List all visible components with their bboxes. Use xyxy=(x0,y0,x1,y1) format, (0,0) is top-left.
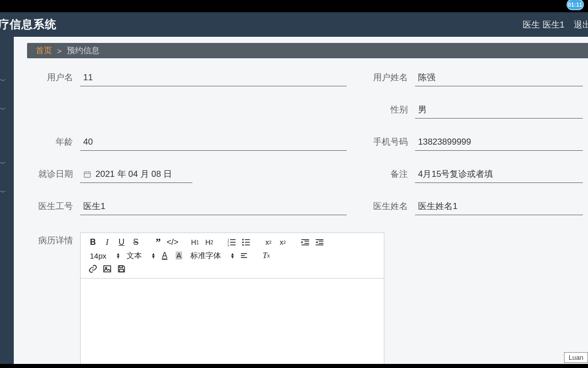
timer-badge: 01:11 xyxy=(567,0,584,10)
svg-rect-19 xyxy=(305,243,309,244)
svg-rect-25 xyxy=(316,245,324,246)
outdent-button[interactable] xyxy=(298,236,312,248)
caret-icon: ▴▾ xyxy=(117,252,119,259)
save-button[interactable] xyxy=(114,263,129,275)
app-title: 疗信息系统 xyxy=(0,17,57,32)
visit-date-value: 2021 年 04 月 08 日 xyxy=(95,168,192,180)
phone-label: 手机号码 xyxy=(367,136,408,151)
svg-rect-7 xyxy=(230,242,236,243)
quote-button[interactable]: ” xyxy=(151,236,165,248)
bottom-bar xyxy=(0,364,588,368)
font-family-value: 标准字体 xyxy=(190,251,221,261)
svg-point-10 xyxy=(242,239,244,240)
breadcrumb: 首页 > 预约信息 xyxy=(27,43,588,58)
svg-rect-9 xyxy=(230,245,236,246)
age-value: 40 xyxy=(83,137,347,147)
superscript-button[interactable]: x2 xyxy=(276,236,290,248)
clear-format-button[interactable]: Tx xyxy=(259,249,274,262)
font-size-select[interactable]: 14px ▴▾ xyxy=(86,249,122,262)
editor-toolbar: B I U S ” </> H1 H2 123 xyxy=(81,233,384,279)
realname-value: 陈强 xyxy=(418,72,583,83)
breadcrumb-home[interactable]: 首页 xyxy=(36,45,52,56)
username-value: 11 xyxy=(83,73,347,83)
rich-text-editor: B I U S ” </> H1 H2 123 xyxy=(80,233,384,368)
float-button[interactable]: Luan xyxy=(564,352,588,363)
ordered-list-button[interactable]: 123 xyxy=(225,236,239,248)
chevron-down-icon[interactable]: ﹀ xyxy=(0,77,6,85)
strike-button[interactable]: S xyxy=(129,236,143,248)
phone-input[interactable]: 13823899999 xyxy=(415,136,583,151)
align-button[interactable] xyxy=(237,249,251,262)
caret-icon: ▴▾ xyxy=(152,252,155,259)
block-type-select[interactable]: 文本 ▴▾ xyxy=(122,249,158,262)
link-button[interactable] xyxy=(86,263,100,275)
realname-input[interactable]: 陈强 xyxy=(415,72,583,86)
unordered-list-button[interactable] xyxy=(239,236,253,248)
logout-link[interactable]: 退出 xyxy=(574,19,588,31)
indent-button[interactable] xyxy=(312,236,327,248)
svg-rect-32 xyxy=(119,269,124,272)
doctor-id-input[interactable]: 医生1 xyxy=(80,200,347,215)
app-header: 疗信息系统 医生 医生1 退出 xyxy=(0,12,588,37)
svg-rect-31 xyxy=(119,266,122,268)
appointment-form: 用户名 11 用户姓名 陈强 性别 xyxy=(14,58,588,368)
svg-rect-24 xyxy=(319,243,324,244)
caret-icon: ▴▾ xyxy=(231,252,234,259)
chevron-down-icon[interactable]: ﹀ xyxy=(0,188,6,197)
visit-date-input[interactable]: 2021 年 04 月 08 日 xyxy=(80,168,192,183)
chevron-down-icon[interactable]: ﹀ xyxy=(0,159,6,168)
breadcrumb-current: 预约信息 xyxy=(67,45,100,56)
remark-value: 4月15号复诊或者填 xyxy=(418,168,583,180)
svg-rect-29 xyxy=(104,266,111,272)
age-label: 年龄 xyxy=(32,136,73,151)
svg-rect-18 xyxy=(305,241,309,242)
svg-point-12 xyxy=(242,242,244,243)
image-button[interactable] xyxy=(100,263,114,275)
svg-marker-22 xyxy=(316,241,318,244)
gender-label: 性别 xyxy=(367,104,408,119)
bold-button[interactable]: B xyxy=(86,236,100,248)
block-type-value: 文本 xyxy=(127,251,142,261)
svg-point-14 xyxy=(242,244,244,246)
current-user[interactable]: 医生 医生1 xyxy=(523,19,565,31)
svg-marker-17 xyxy=(302,241,304,244)
doctor-id-label: 医生工号 xyxy=(32,200,73,215)
remark-label: 备注 xyxy=(367,168,408,183)
doctor-name-input[interactable]: 医生姓名1 xyxy=(415,200,583,215)
svg-rect-5 xyxy=(230,239,236,240)
underline-button[interactable]: U xyxy=(114,236,129,248)
sidebar: ﹀ ﹀ ﹀ ﹀ xyxy=(0,37,14,368)
h1-button[interactable]: H1 xyxy=(188,236,202,248)
font-family-select[interactable]: 标准字体 ▴▾ xyxy=(186,249,237,262)
realname-label: 用户姓名 xyxy=(367,72,408,86)
age-input[interactable]: 40 xyxy=(80,136,347,151)
editor-content-area[interactable] xyxy=(81,279,384,368)
doctor-id-value: 医生1 xyxy=(83,200,347,212)
svg-rect-21 xyxy=(316,239,324,240)
svg-text:3: 3 xyxy=(228,244,229,247)
username-input[interactable]: 11 xyxy=(80,72,347,86)
svg-rect-13 xyxy=(245,242,250,243)
gender-value: 男 xyxy=(418,104,583,116)
svg-rect-16 xyxy=(302,239,309,240)
code-button[interactable]: </> xyxy=(165,236,180,248)
doctor-name-value: 医生姓名1 xyxy=(418,200,583,212)
italic-button[interactable]: I xyxy=(100,236,114,248)
svg-rect-0 xyxy=(84,172,90,177)
main-content: 首页 > 预约信息 用户名 11 用户姓名 陈强 xyxy=(14,37,588,368)
username-label: 用户名 xyxy=(32,72,73,86)
visit-date-label: 就诊日期 xyxy=(32,168,73,183)
svg-rect-11 xyxy=(245,239,250,240)
font-size-value: 14px xyxy=(90,251,107,260)
calendar-icon xyxy=(83,170,91,178)
svg-rect-20 xyxy=(302,245,309,246)
remark-input[interactable]: 4月15号复诊或者填 xyxy=(415,168,583,183)
h2-button[interactable]: H2 xyxy=(202,236,216,248)
subscript-button[interactable]: x2 xyxy=(261,236,276,248)
text-color-button[interactable]: A xyxy=(158,249,172,262)
gender-input[interactable]: 男 xyxy=(415,104,583,119)
chevron-down-icon[interactable]: ﹀ xyxy=(0,105,6,114)
bg-color-button[interactable]: A xyxy=(172,249,186,262)
window-titlebar: 01:11 xyxy=(0,0,588,12)
phone-value: 13823899999 xyxy=(418,137,583,147)
